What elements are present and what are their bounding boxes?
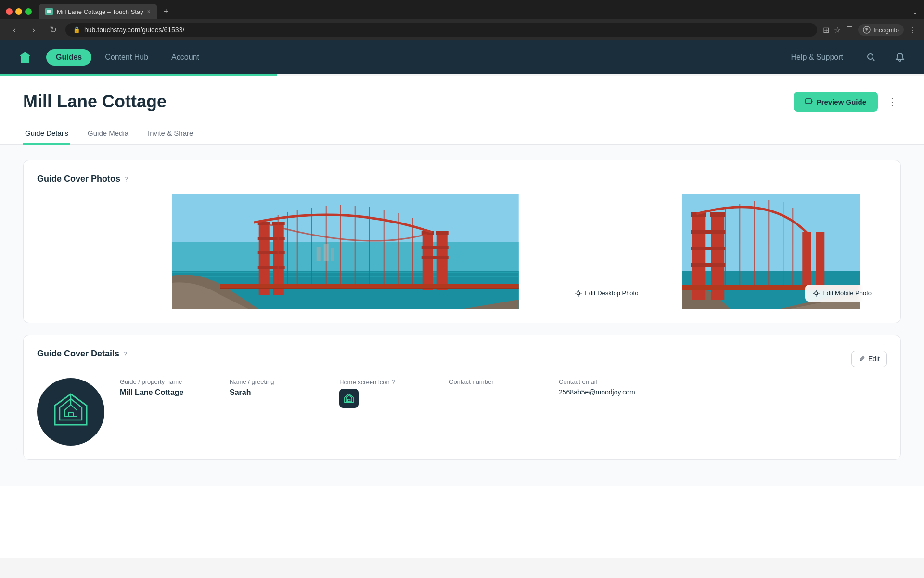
svg-rect-35 (220, 288, 519, 289)
preview-guide-button[interactable]: Preview Guide (794, 92, 878, 112)
guide-icon-circle (37, 378, 104, 446)
cover-details-help-icon[interactable]: ? (123, 350, 127, 358)
svg-rect-3 (806, 99, 811, 104)
tab-title: Mill Lane Cottage – Touch Stay (57, 8, 143, 15)
forward-button[interactable]: › (27, 23, 40, 37)
cover-details-header-row: Guide Cover Details ? Edit (37, 349, 887, 368)
cover-details-edit-button[interactable]: Edit (851, 351, 887, 367)
svg-rect-7 (172, 272, 519, 273)
nav-item-help-support[interactable]: Help & Support (783, 49, 851, 66)
cover-details-edit-label: Edit (868, 355, 880, 363)
browser-menu-button[interactable]: ⋮ (909, 26, 916, 35)
mobile-cover-photo: Edit Mobile Photo (655, 194, 887, 309)
bookmark-icon[interactable]: ☆ (834, 26, 841, 35)
home-screen-icon-preview (339, 389, 359, 408)
guide-name-label: Guide / property name (120, 378, 206, 385)
svg-rect-18 (437, 232, 448, 290)
guide-name-value: Mill Lane Cottage (120, 388, 206, 397)
incognito-badge: Incognito (858, 24, 904, 36)
desktop-cover-photo: Edit Desktop Photo (37, 194, 654, 309)
incognito-label: Incognito (873, 26, 899, 34)
nav-item-content-hub[interactable]: Content Hub (95, 49, 158, 66)
svg-rect-21 (422, 246, 449, 249)
notifications-button[interactable] (891, 49, 909, 66)
security-icon: 🔒 (73, 26, 80, 33)
svg-point-39 (577, 292, 580, 295)
nav-item-guides[interactable]: Guides (46, 49, 91, 66)
minimize-window-button[interactable] (15, 8, 22, 15)
active-browser-tab[interactable]: Mill Lane Cottage – Touch Stay × (38, 4, 157, 19)
svg-rect-10 (259, 223, 270, 295)
svg-point-58 (815, 292, 818, 295)
svg-rect-38 (331, 248, 334, 261)
svg-rect-45 (710, 212, 726, 217)
svg-rect-60 (68, 412, 73, 417)
close-window-button[interactable] (6, 8, 13, 15)
cover-photos-container: Edit Desktop Photo (37, 194, 887, 309)
new-tab-button[interactable]: + (159, 5, 173, 18)
greeting-value: Sarah (230, 388, 316, 397)
edit-desktop-photo-button[interactable]: Edit Desktop Photo (567, 285, 646, 302)
maximize-window-button[interactable] (25, 8, 32, 15)
header-actions: Preview Guide ⋮ (794, 92, 901, 112)
app-logo[interactable] (15, 48, 35, 67)
favicon (45, 8, 53, 15)
contact-email-label: Contact email (559, 378, 645, 385)
cover-details-fields: Guide / property name Mill Lane Cottage … (120, 378, 887, 408)
svg-rect-50 (816, 232, 825, 290)
svg-rect-47 (691, 247, 726, 250)
svg-rect-8 (172, 276, 519, 277)
nav-right-section: Help & Support (783, 49, 909, 66)
tab-strip-right: ⌄ (912, 7, 918, 16)
cover-photos-section-header: Guide Cover Photos ? (37, 174, 887, 184)
svg-rect-37 (324, 244, 329, 261)
cover-photos-help-icon[interactable]: ? (124, 175, 128, 183)
cover-details-title: Guide Cover Details (37, 349, 119, 359)
page-tabs: Guide Details Guide Media Invite & Share (0, 112, 924, 144)
greeting-field: Name / greeting Sarah (230, 378, 316, 408)
contact-number-field: Contact number (449, 378, 536, 408)
svg-rect-22 (422, 256, 449, 259)
tab-guide-details[interactable]: Guide Details (23, 123, 70, 144)
svg-rect-61 (348, 399, 350, 402)
page-content: Mill Lane Cottage Preview Guide ⋮ Guide … (0, 76, 924, 558)
svg-rect-14 (258, 237, 285, 240)
browser-chrome: Mill Lane Cottage – Touch Stay × + ⌄ ‹ ›… (0, 0, 924, 40)
browser-tab-bar: Mill Lane Cottage – Touch Stay × + ⌄ (0, 0, 924, 19)
traffic-lights (6, 8, 32, 15)
tab-invite-share[interactable]: Invite & Share (146, 123, 195, 144)
home-screen-icon-field: Home screen icon ? (339, 378, 426, 408)
extension-icon[interactable]: ⧠ (846, 26, 853, 34)
refresh-button[interactable]: ↻ (46, 23, 60, 37)
close-tab-button[interactable]: × (147, 8, 151, 15)
svg-rect-46 (691, 230, 726, 234)
svg-rect-16 (258, 266, 285, 269)
svg-rect-36 (317, 247, 321, 261)
page-more-options-button[interactable]: ⋮ (884, 93, 901, 110)
url-text: hub.touchstay.com/guides/61533/ (84, 26, 184, 34)
home-screen-label: Home screen icon ? (339, 378, 426, 386)
contact-email-field: Contact email 2568ab5e@moodjoy.com (559, 378, 645, 408)
search-button[interactable] (862, 49, 880, 66)
cast-icon[interactable]: ⊞ (823, 26, 829, 35)
contact-email-value: 2568ab5e@moodjoy.com (559, 388, 645, 396)
svg-rect-9 (172, 283, 519, 283)
nav-item-account[interactable]: Account (162, 49, 209, 66)
browser-address-bar: ‹ › ↻ 🔒 hub.touchstay.com/guides/61533/ … (0, 19, 924, 40)
page-title: Mill Lane Cottage (23, 92, 167, 112)
browser-action-buttons: ⊞ ☆ ⧠ Incognito ⋮ (823, 24, 916, 36)
edit-mobile-photo-button[interactable]: Edit Mobile Photo (805, 285, 879, 302)
cover-photos-section: Guide Cover Photos ? (23, 160, 901, 323)
contact-number-label: Contact number (449, 378, 536, 385)
home-screen-help-icon[interactable]: ? (392, 378, 396, 386)
preview-guide-label: Preview Guide (817, 98, 866, 106)
url-bar[interactable]: 🔒 hub.touchstay.com/guides/61533/ (65, 23, 817, 37)
back-button[interactable]: ‹ (8, 23, 21, 37)
svg-rect-15 (258, 251, 285, 254)
edit-mobile-photo-label: Edit Mobile Photo (822, 289, 872, 297)
tab-guide-media[interactable]: Guide Media (86, 123, 130, 144)
cover-details-header: Guide Cover Details ? (37, 349, 127, 359)
svg-rect-0 (47, 10, 51, 13)
svg-rect-17 (423, 232, 433, 290)
greeting-label: Name / greeting (230, 378, 316, 385)
